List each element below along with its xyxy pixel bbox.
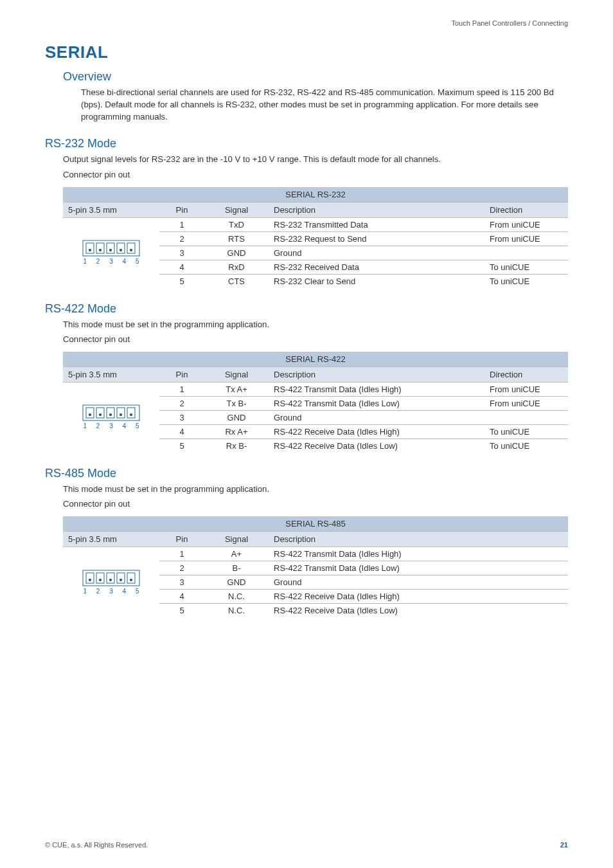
cell: RS-422 Receive Data (Idles Low) bbox=[269, 604, 568, 618]
svg-rect-7 bbox=[117, 243, 125, 253]
cell: RS-422 Transmit Data (Idles Low) bbox=[269, 396, 484, 410]
svg-point-13 bbox=[89, 414, 91, 416]
svg-rect-31 bbox=[127, 573, 135, 583]
svg-rect-12 bbox=[86, 408, 94, 418]
svg-rect-1 bbox=[86, 243, 94, 253]
page-title: SERIAL bbox=[45, 42, 568, 62]
svg-point-30 bbox=[120, 579, 121, 581]
svg-rect-23 bbox=[86, 573, 94, 583]
col-direction: Direction bbox=[484, 202, 568, 217]
cell: CTS bbox=[204, 274, 269, 288]
cell: Tx B- bbox=[204, 396, 269, 410]
cell bbox=[484, 246, 568, 260]
svg-rect-14 bbox=[96, 408, 104, 418]
col-connector: 5-pin 3.5 mm bbox=[63, 366, 159, 382]
cell: 4 bbox=[159, 424, 204, 439]
cell: Rx B- bbox=[204, 439, 269, 453]
cell: RS-232 Received Data bbox=[269, 260, 484, 274]
col-pin: Pin bbox=[159, 366, 204, 382]
cell: B- bbox=[204, 561, 269, 575]
rs422-sub: Connector pin out bbox=[63, 333, 568, 345]
rs485-table: SERIAL RS-485 5-pin 3.5 mm Pin Signal De… bbox=[63, 516, 568, 617]
cell: Ground bbox=[269, 575, 568, 590]
cell: RS-422 Transmit Data (Idles High) bbox=[269, 547, 568, 561]
cell: 3 bbox=[159, 246, 204, 260]
svg-point-10 bbox=[130, 249, 132, 251]
cell: 5 bbox=[159, 439, 204, 453]
cell: GND bbox=[204, 410, 269, 424]
svg-point-2 bbox=[89, 249, 91, 251]
rs422-table: SERIAL RS-422 5-pin 3.5 mm Pin Signal De… bbox=[63, 352, 568, 453]
cell: 4 bbox=[159, 260, 204, 274]
cell: 1 bbox=[159, 382, 204, 396]
rs485-desc: This mode must be set in the programming… bbox=[63, 483, 568, 495]
cell: From uniCUE bbox=[484, 217, 568, 231]
cell: 2 bbox=[159, 231, 204, 246]
svg-rect-27 bbox=[107, 573, 114, 583]
col-signal: Signal bbox=[204, 366, 269, 382]
cell: 3 bbox=[159, 575, 204, 590]
svg-point-26 bbox=[99, 579, 101, 581]
svg-point-4 bbox=[99, 249, 101, 251]
svg-rect-5 bbox=[107, 243, 114, 253]
svg-point-24 bbox=[89, 579, 91, 581]
svg-point-15 bbox=[99, 414, 101, 416]
svg-rect-9 bbox=[127, 243, 135, 253]
rs422-desc: This mode must be set in the programming… bbox=[63, 318, 568, 330]
cell bbox=[484, 410, 568, 424]
rs232-sub: Connector pin out bbox=[63, 168, 568, 181]
connector-icon: 1 2 3 4 5 bbox=[68, 240, 154, 266]
header: Touch Panel Controllers / Connecting bbox=[45, 19, 568, 27]
connector-icon: 1 2 3 4 5 bbox=[68, 570, 154, 595]
col-connector: 5-pin 3.5 mm bbox=[63, 532, 159, 547]
cell: A+ bbox=[204, 547, 269, 561]
cell: RS-422 Receive Data (Idles High) bbox=[269, 424, 484, 439]
cell: To uniCUE bbox=[484, 439, 568, 453]
cell: RxD bbox=[204, 260, 269, 274]
cell: To uniCUE bbox=[484, 274, 568, 288]
svg-point-19 bbox=[120, 414, 121, 416]
cell: To uniCUE bbox=[484, 260, 568, 274]
overview-text: These bi-directional serial channels are… bbox=[81, 86, 568, 123]
svg-point-21 bbox=[130, 414, 132, 416]
col-description: Description bbox=[269, 532, 568, 547]
svg-rect-25 bbox=[96, 573, 104, 583]
footer-copyright: © CUE, a.s. All Rights Reserved. bbox=[45, 841, 148, 849]
cell: 4 bbox=[159, 590, 204, 604]
rs422-table-title: SERIAL RS-422 bbox=[63, 352, 568, 367]
col-description: Description bbox=[269, 202, 484, 217]
svg-point-8 bbox=[120, 249, 121, 251]
svg-point-17 bbox=[109, 414, 111, 416]
footer-page: 21 bbox=[560, 841, 568, 849]
cell: RS-232 Transmitted Data bbox=[269, 217, 484, 231]
col-description: Description bbox=[269, 366, 484, 382]
cell: N.C. bbox=[204, 604, 269, 618]
connector-icon: 1 2 3 4 5 bbox=[68, 404, 154, 430]
rs232-table-title: SERIAL RS-232 bbox=[63, 187, 568, 203]
pin-numbers: 1 2 3 4 5 bbox=[80, 588, 143, 595]
col-connector: 5-pin 3.5 mm bbox=[63, 202, 159, 217]
svg-rect-3 bbox=[96, 243, 104, 253]
rs232-heading: RS-232 Mode bbox=[45, 137, 568, 150]
overview-heading: Overview bbox=[63, 70, 568, 84]
cell: From uniCUE bbox=[484, 231, 568, 246]
svg-rect-20 bbox=[127, 408, 135, 418]
cell: 3 bbox=[159, 410, 204, 424]
cell: 2 bbox=[159, 561, 204, 575]
cell: GND bbox=[204, 575, 269, 590]
rs485-table-title: SERIAL RS-485 bbox=[63, 516, 568, 532]
cell: 1 bbox=[159, 547, 204, 561]
rs485-heading: RS-485 Mode bbox=[45, 467, 568, 480]
col-signal: Signal bbox=[204, 532, 269, 547]
cell: 1 bbox=[159, 217, 204, 231]
col-pin: Pin bbox=[159, 532, 204, 547]
svg-rect-29 bbox=[117, 573, 125, 583]
cell: RS-232 Clear to Send bbox=[269, 274, 484, 288]
cell: 2 bbox=[159, 396, 204, 410]
cell: RS-422 Transmit Data (Idles High) bbox=[269, 382, 484, 396]
cell: TxD bbox=[204, 217, 269, 231]
cell: To uniCUE bbox=[484, 424, 568, 439]
pin-numbers: 1 2 3 4 5 bbox=[80, 422, 143, 429]
rs232-desc: Output signal levels for RS-232 are in t… bbox=[63, 153, 568, 165]
cell: From uniCUE bbox=[484, 396, 568, 410]
